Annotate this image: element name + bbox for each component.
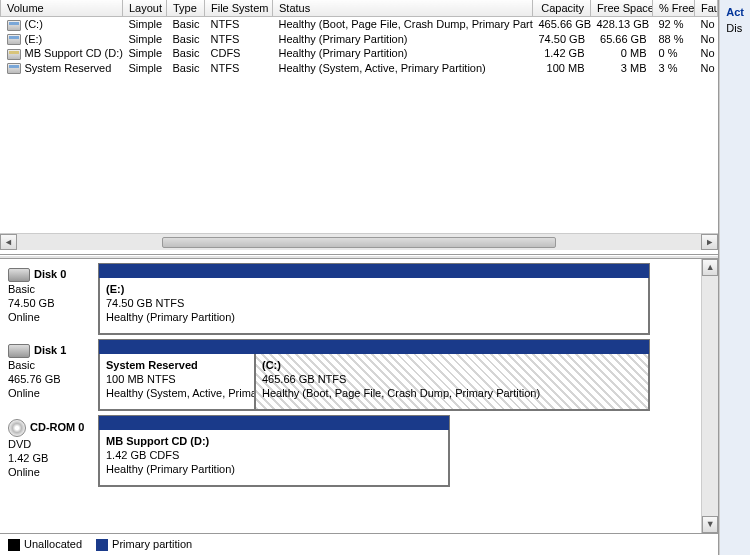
disk-info[interactable]: Disk 0 Basic 74.50 GB Online bbox=[6, 263, 98, 335]
disk-management-main: Volume Layout Type File System Status Ca… bbox=[0, 0, 719, 555]
col-capacity[interactable]: Capacity bbox=[533, 0, 591, 17]
disk-header-bar bbox=[99, 416, 449, 430]
volume-list-empty-space[interactable] bbox=[0, 75, 718, 233]
legend-bar: Unallocated Primary partition bbox=[0, 533, 718, 555]
scroll-left-arrow-icon[interactable]: ◄ bbox=[0, 234, 17, 250]
unallocated-swatch-icon bbox=[8, 539, 20, 551]
disk-info[interactable]: Disk 1 Basic 465.76 GB Online bbox=[6, 339, 98, 411]
partition-c[interactable]: (C:) 465.66 GB NTFS Healthy (Boot, Page … bbox=[255, 354, 649, 410]
drive-icon bbox=[7, 63, 21, 74]
legend-primary: Primary partition bbox=[96, 538, 192, 551]
disk-row: Disk 1 Basic 465.76 GB Online System Res… bbox=[0, 335, 701, 411]
col-status[interactable]: Status bbox=[273, 0, 533, 17]
scroll-track[interactable] bbox=[702, 276, 718, 516]
disk-row: CD-ROM 0 DVD 1.42 GB Online MB Support C… bbox=[0, 411, 701, 487]
disk-graphic: (E:) 74.50 GB NTFS Healthy (Primary Part… bbox=[98, 263, 650, 335]
hard-disk-icon bbox=[8, 344, 30, 358]
disk-info[interactable]: CD-ROM 0 DVD 1.42 GB Online bbox=[6, 415, 98, 487]
vertical-scrollbar[interactable]: ▲ ▼ bbox=[701, 259, 718, 533]
partition-system-reserved[interactable]: System Reserved 100 MB NTFS Healthy (Sys… bbox=[99, 354, 255, 410]
scroll-track[interactable] bbox=[17, 234, 701, 250]
volume-list-pane: Volume Layout Type File System Status Ca… bbox=[0, 0, 718, 255]
volume-row[interactable]: System Reserved Simple Basic NTFS Health… bbox=[1, 61, 718, 76]
col-freespace[interactable]: Free Space bbox=[591, 0, 653, 17]
volume-table[interactable]: Volume Layout Type File System Status Ca… bbox=[0, 0, 718, 75]
drive-icon bbox=[7, 34, 21, 45]
disk-header-bar bbox=[99, 340, 649, 354]
col-layout[interactable]: Layout bbox=[123, 0, 167, 17]
actions-item[interactable]: Dis bbox=[722, 20, 748, 36]
cdrom-icon bbox=[8, 419, 26, 437]
partition-cd[interactable]: MB Support CD (D:) 1.42 GB CDFS Healthy … bbox=[99, 430, 449, 486]
legend-unallocated: Unallocated bbox=[8, 538, 82, 551]
column-header-row[interactable]: Volume Layout Type File System Status Ca… bbox=[1, 0, 718, 17]
disk-header-bar bbox=[99, 264, 649, 278]
partition[interactable]: (E:) 74.50 GB NTFS Healthy (Primary Part… bbox=[99, 278, 649, 334]
col-fault[interactable]: Fault bbox=[695, 0, 718, 17]
scroll-down-arrow-icon[interactable]: ▼ bbox=[702, 516, 718, 533]
actions-heading[interactable]: Act bbox=[722, 4, 748, 20]
volume-row[interactable]: (C:) Simple Basic NTFS Healthy (Boot, Pa… bbox=[1, 17, 718, 32]
disk-graphic: MB Support CD (D:) 1.42 GB CDFS Healthy … bbox=[98, 415, 450, 487]
disk-graphic-pane: Disk 0 Basic 74.50 GB Online (E:) 74.50 … bbox=[0, 259, 718, 555]
primary-swatch-icon bbox=[96, 539, 108, 551]
volume-row[interactable]: MB Support CD (D:) Simple Basic CDFS Hea… bbox=[1, 46, 718, 61]
cd-drive-icon bbox=[7, 49, 21, 60]
disk-row: Disk 0 Basic 74.50 GB Online (E:) 74.50 … bbox=[0, 259, 701, 335]
drive-icon bbox=[7, 20, 21, 31]
scroll-thumb[interactable] bbox=[162, 237, 557, 248]
col-volume[interactable]: Volume bbox=[1, 0, 123, 17]
volume-row[interactable]: (E:) Simple Basic NTFS Healthy (Primary … bbox=[1, 32, 718, 47]
col-filesystem[interactable]: File System bbox=[205, 0, 273, 17]
actions-panel: Act Dis bbox=[719, 0, 750, 555]
col-pctfree[interactable]: % Free bbox=[653, 0, 695, 17]
horizontal-scrollbar[interactable]: ◄ ► bbox=[0, 233, 718, 250]
hard-disk-icon bbox=[8, 268, 30, 282]
scroll-right-arrow-icon[interactable]: ► bbox=[701, 234, 718, 250]
col-type[interactable]: Type bbox=[167, 0, 205, 17]
scroll-up-arrow-icon[interactable]: ▲ bbox=[702, 259, 718, 276]
disk-graphic: System Reserved 100 MB NTFS Healthy (Sys… bbox=[98, 339, 650, 411]
